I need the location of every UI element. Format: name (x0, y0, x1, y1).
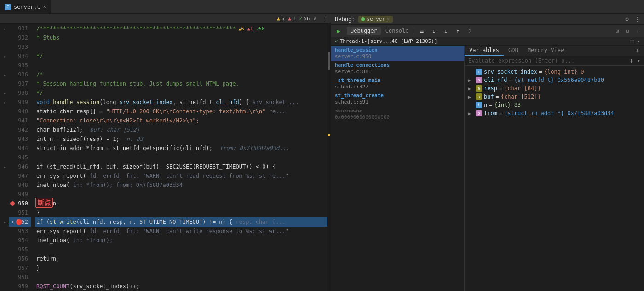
fold-icon[interactable]: ▸ (3, 100, 6, 105)
scrollbar-thumb[interactable] (328, 52, 330, 70)
editor-header: ▲ 6 ▲ 1 ✓ 56 ∧ ⋮ (0, 14, 331, 24)
tab-gdb[interactable]: GDB (504, 46, 523, 56)
var-equals: = (509, 77, 512, 83)
debug-more-button[interactable]: ⋮ (633, 26, 642, 35)
debug-play-button[interactable]: ▶ (333, 26, 344, 36)
debug-step-in-button[interactable]: ↓ (440, 26, 451, 36)
code-line: return; (34, 254, 327, 263)
var-row[interactable]: ▶ a resp = {char [84]} (465, 84, 644, 93)
stack-frame[interactable]: st_thread_create sched.c:591 (331, 91, 464, 106)
gutter-row (0, 153, 9, 162)
fold-icon[interactable]: ▸ (3, 91, 6, 96)
var-row[interactable]: ▶ a buf = {char [512]} (465, 93, 644, 101)
var-row-from[interactable]: ▶ p from = {struct in_addr *} 0x7f5887a0… (465, 109, 644, 117)
stack-frame[interactable]: handle_connections server.c:881 (331, 61, 464, 76)
var-value: {int} 83 (494, 102, 521, 108)
gutter-row (0, 227, 9, 236)
debug-menu-dots[interactable]: ⋮ (634, 16, 640, 23)
editor-tab[interactable]: C server.c × (0, 0, 51, 13)
editor-scrollbar[interactable] (327, 24, 331, 291)
var-value: {char [512]} (501, 93, 541, 100)
fold-icon[interactable]: ▸ (3, 220, 6, 225)
code-line: */ (34, 88, 327, 98)
debug-step-out-button[interactable]: ↑ (452, 26, 463, 36)
var-value: {char [84]} (504, 85, 540, 92)
gutter-row (0, 208, 9, 217)
debug-return-button[interactable]: ⤴ (464, 26, 475, 36)
debug-settings-icon[interactable]: ⚙ (625, 16, 629, 23)
var-row[interactable]: i n = {int} 83 (465, 101, 644, 109)
gutter-row (0, 125, 9, 134)
server-close-icon[interactable]: × (387, 16, 390, 22)
gutter-row: ▸ (0, 98, 9, 107)
debug-grid-view1-button[interactable]: ⊞ (613, 26, 622, 35)
var-row[interactable]: ▶ p cli_nfd = {st_netfd_t} 0x556e90487b8… (465, 76, 644, 84)
evaluate-add-button[interactable]: + (629, 57, 633, 64)
stack-frame-loc: sched.c:591 (335, 99, 460, 105)
debug-grid-view2-button[interactable]: ⊟ (623, 26, 632, 35)
code-line: /* (34, 70, 327, 79)
tab-debugger[interactable]: Debugger (347, 27, 381, 35)
debug-step-over-button[interactable]: ↓ (428, 26, 439, 36)
expand-button[interactable]: ∧ (313, 16, 316, 22)
var-equals: = (496, 93, 499, 100)
gutter-row: ▸ (0, 88, 9, 98)
gutter-row (0, 236, 9, 245)
code-line: int n = sizeof(resp) - 1; n: 83 (34, 134, 327, 144)
thread-more-icon[interactable]: ▾ (637, 38, 640, 44)
var-name: n (484, 102, 487, 108)
evaluate-more-button[interactable]: ▾ (637, 58, 640, 64)
tab-variables[interactable]: Variables (465, 46, 504, 56)
gutter-row (0, 33, 9, 42)
tab-close-button[interactable]: × (43, 4, 46, 9)
fold-icon[interactable]: ▸ (3, 72, 6, 77)
call-stack: handle_session server.c:950 handle_conne… (331, 46, 465, 291)
line-num: 938 (9, 88, 31, 98)
fold-icon[interactable]: ▸ (3, 54, 6, 59)
var-expand-icon[interactable]: ▶ (468, 111, 474, 116)
stack-frame[interactable]: <unknown> 0x0000000000000000 (331, 106, 464, 122)
line-num: 939 (9, 98, 31, 107)
breakpoint-indicator (10, 201, 15, 206)
gutter-row: ▸ (0, 162, 9, 171)
var-name: buf (484, 93, 494, 100)
line-num: 954 (9, 236, 31, 245)
fold-icon[interactable]: ▸ (3, 164, 6, 169)
more-button[interactable]: ⋮ (322, 16, 327, 22)
code-line: * Stubs (34, 33, 327, 42)
thread-filter-icon[interactable]: ⬚ (631, 38, 634, 44)
fold-icon[interactable]: ▸ (3, 26, 6, 31)
code-line: if (st_read(cli_nfd, buf, sizeof(buf), S… (34, 162, 327, 171)
gutter-row (0, 116, 9, 125)
gutter-row (0, 199, 9, 208)
var-expand-icon[interactable]: ▶ (468, 86, 474, 91)
stack-frame-active[interactable]: handle_session server.c:950 (331, 46, 464, 61)
line-num: 933 (9, 42, 31, 52)
line-num: 948 (9, 180, 31, 190)
stack-frame-loc: server.c:950 (335, 53, 460, 59)
var-value: {long int} 0 (544, 69, 584, 75)
var-row[interactable]: i srv_socket_index = {long int} 0 (465, 68, 644, 76)
editor-warnings: ▲ 6 ▲ 1 ✓ 56 ∧ ⋮ (277, 16, 327, 22)
line-num: 955 (9, 245, 31, 254)
tab-console[interactable]: Console (382, 27, 413, 35)
line-num: 949 (9, 190, 31, 199)
gutter-row: ▸ (0, 70, 9, 79)
var-tab-add-icon[interactable]: + (631, 46, 644, 56)
code-line: "Connection: close\r\n\r\n<H2>It worked!… (34, 116, 327, 125)
var-type-icon: i (476, 69, 482, 75)
var-expand-icon[interactable]: ▶ (468, 78, 474, 83)
debug-list-button[interactable]: ≡ (416, 26, 427, 36)
tab-memory-view[interactable]: Memory View (523, 46, 569, 56)
gutter-row (0, 61, 9, 70)
var-expand-icon[interactable]: ▶ (468, 94, 474, 99)
var-type-icon: a (476, 85, 482, 92)
debug-view-buttons: ⊞ ⊟ ⋮ (613, 26, 642, 35)
line-num-breakpoint[interactable]: 950 (9, 199, 31, 208)
code-line: } (34, 263, 327, 273)
line-num: 934 (9, 52, 31, 61)
code-line: inet_ntoa( in: *from)); (34, 236, 327, 245)
var-name: cli_nfd (484, 77, 507, 83)
stack-frame[interactable]: _st_thread_main sched.c:327 (331, 76, 464, 91)
toolbar-separator (414, 27, 414, 35)
